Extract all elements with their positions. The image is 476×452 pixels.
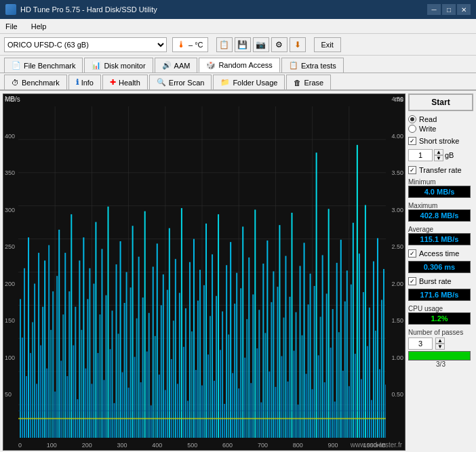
- svg-rect-135: [256, 348, 258, 438]
- tab-aam[interactable]: 🔊 AAM: [155, 58, 198, 73]
- svg-rect-109: [203, 285, 205, 438]
- svg-rect-140: [266, 241, 268, 438]
- download-icon-btn[interactable]: ⬇: [290, 37, 306, 52]
- svg-rect-188: [365, 205, 366, 438]
- camera-icon-btn[interactable]: 📷: [253, 37, 269, 52]
- svg-rect-31: [44, 260, 45, 438]
- minimum-label: Minimum: [408, 178, 473, 186]
- svg-rect-176: [340, 240, 342, 438]
- exit-button[interactable]: Exit: [314, 37, 341, 52]
- passes-down-arrow[interactable]: ▼: [435, 344, 445, 350]
- menu-bar: File Help: [0, 19, 476, 34]
- short-stroke-checkbox[interactable]: ✓: [408, 137, 416, 145]
- file-menu[interactable]: File: [3, 21, 20, 32]
- read-label: Read: [419, 115, 437, 123]
- svg-rect-90: [165, 390, 166, 438]
- svg-rect-197: [383, 269, 384, 438]
- right-panel: Start Read Write ✓ Short stroke ▲ ▼ gB: [408, 91, 476, 452]
- svg-rect-117: [220, 350, 221, 438]
- start-button[interactable]: Start: [408, 94, 473, 111]
- benchmark-icon: ⏱: [12, 79, 19, 87]
- passes-input[interactable]: [408, 337, 433, 350]
- svg-rect-189: [367, 346, 368, 438]
- svg-rect-147: [281, 356, 282, 438]
- svg-rect-19: [20, 299, 21, 438]
- close-button[interactable]: ✕: [457, 4, 471, 15]
- tab-benchmark[interactable]: ⏱ Benchmark: [4, 75, 67, 89]
- svg-rect-194: [377, 238, 378, 438]
- chart-area: MB/s ms 450 400 350 300 250 200 150 100 …: [3, 94, 405, 451]
- svg-rect-102: [189, 262, 191, 438]
- tab-error-scan[interactable]: 🔍 Error Scan: [149, 75, 212, 89]
- error-scan-icon: 🔍: [157, 78, 166, 87]
- maximize-button[interactable]: □: [442, 4, 456, 15]
- info-icon-btn[interactable]: 📋: [216, 37, 233, 52]
- svg-rect-149: [285, 256, 286, 438]
- settings-icon-btn[interactable]: ⚙: [271, 37, 287, 52]
- tab-erase[interactable]: 🗑 Erase: [286, 75, 331, 89]
- svg-rect-178: [344, 302, 346, 438]
- svg-rect-78: [140, 382, 142, 438]
- svg-rect-98: [181, 208, 182, 438]
- erase-label: Erase: [304, 79, 323, 87]
- tab-extra-tests[interactable]: 📋 Extra tests: [281, 58, 344, 73]
- file-benchmark-icon: 📄: [12, 61, 21, 70]
- tab-disk-monitor[interactable]: 📊 Disk monitor: [84, 58, 153, 73]
- svg-rect-57: [97, 353, 98, 438]
- svg-rect-86: [157, 243, 158, 438]
- svg-rect-52: [87, 299, 88, 438]
- svg-rect-44: [71, 214, 72, 438]
- title-text: HD Tune Pro 5.75 - Hard Disk/SSD Utility: [20, 5, 157, 14]
- tab-file-benchmark[interactable]: 📄 File Benchmark: [4, 58, 83, 73]
- maximum-value: 402.8 MB/s: [408, 209, 471, 222]
- svg-rect-158: [304, 243, 305, 438]
- tab-info[interactable]: ℹ Info: [68, 75, 101, 89]
- info-label: Info: [81, 79, 94, 87]
- svg-rect-26: [34, 284, 35, 438]
- short-stroke-input[interactable]: [408, 149, 433, 161]
- svg-rect-124: [234, 304, 235, 438]
- tab-random-access[interactable]: 🎲 Random Access: [199, 58, 279, 73]
- passes-block: Number of passes ▲ ▼ 3/3: [408, 329, 473, 368]
- progress-label: 3/3: [408, 361, 473, 368]
- aam-icon: 🔊: [162, 61, 172, 70]
- svg-rect-123: [232, 373, 233, 438]
- tab-folder-usage[interactable]: 📁 Folder Usage: [213, 75, 285, 89]
- write-radio[interactable]: Write: [408, 125, 473, 133]
- minimize-button[interactable]: ─: [427, 4, 441, 15]
- minimum-block: Minimum 4.0 MB/s: [408, 178, 473, 198]
- disk-select[interactable]: ORICO UFSD-C (63 gB): [4, 37, 167, 52]
- info-icon: ℹ: [76, 78, 79, 87]
- short-stroke-row: ✓ Short stroke: [408, 137, 473, 145]
- svg-rect-69: [122, 372, 123, 438]
- svg-rect-107: [199, 270, 201, 438]
- read-radio[interactable]: Read: [408, 115, 473, 123]
- progress-bar-container: [408, 351, 471, 361]
- help-menu[interactable]: Help: [28, 21, 49, 32]
- title-bar: HD Tune Pro 5.75 - Hard Disk/SSD Utility…: [0, 0, 476, 19]
- svg-rect-129: [244, 358, 245, 438]
- disk-icon-btn[interactable]: 💾: [235, 37, 251, 52]
- svg-rect-170: [328, 209, 330, 438]
- svg-rect-93: [171, 359, 172, 438]
- maximum-label: Maximum: [408, 202, 473, 209]
- svg-rect-169: [326, 293, 328, 438]
- y-axis-right: 4.50 4.00 3.50 3.00 2.50 2.00 1.50 1.00 …: [391, 94, 403, 436]
- access-time-row: ✓ Access time: [408, 249, 473, 258]
- svg-rect-103: [191, 331, 193, 438]
- svg-rect-32: [46, 369, 47, 438]
- burst-rate-checkbox[interactable]: ✓: [408, 277, 416, 285]
- svg-rect-99: [183, 347, 184, 438]
- svg-rect-91: [167, 290, 168, 438]
- tab-health[interactable]: ✚ Health: [102, 75, 148, 89]
- svg-rect-143: [273, 271, 274, 438]
- short-stroke-down-arrow[interactable]: ▼: [434, 155, 443, 161]
- transfer-rate-checkbox[interactable]: ✓: [408, 166, 416, 174]
- svg-rect-137: [260, 403, 262, 438]
- passes-up-arrow[interactable]: ▲: [435, 337, 445, 344]
- svg-rect-122: [230, 242, 231, 438]
- short-stroke-up-arrow[interactable]: ▲: [434, 149, 443, 155]
- svg-rect-160: [308, 304, 309, 438]
- access-time-checkbox[interactable]: ✓: [408, 249, 416, 258]
- svg-rect-198: [385, 385, 386, 438]
